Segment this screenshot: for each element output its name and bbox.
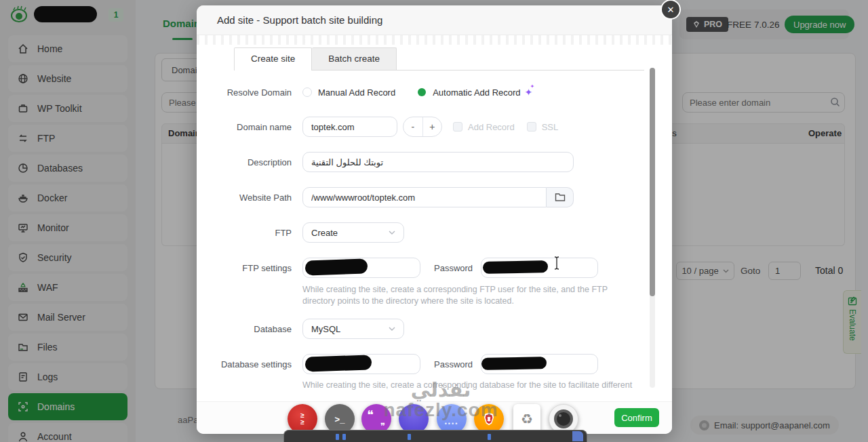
website-path-input[interactable] [302,187,547,207]
database-select[interactable]: MySQL [302,319,404,339]
manual-add-record-radio[interactable] [302,87,312,97]
database-label: Database [210,324,302,334]
taskbar-app-indicator [342,434,346,440]
modal-title: Add site - Support batch site building [217,14,382,26]
website-path-row: Website Path [210,186,574,208]
resolve-domain-row: Resolve Domain Manual Add Record Automat… [210,81,532,103]
description-row: Description [210,151,574,173]
modal-scrollbar-thumb[interactable] [650,68,655,296]
ai-sparkle-icon: ✦✦ [525,87,533,98]
ssl-label: SSL [542,122,559,132]
redacted-ftp-username [305,258,368,275]
redacted-ftp-password [483,260,548,274]
ftp-settings-label: FTP settings [210,263,302,273]
manual-add-record-label: Manual Add Record [318,87,395,98]
domain-name-row: Domain name - + Add Record SSL [210,116,558,138]
minus-button[interactable]: - [403,117,423,136]
os-taskbar[interactable] [283,430,587,442]
tab-create-site[interactable]: Create site [234,47,312,71]
plus-button[interactable]: + [423,117,442,136]
ftp-row: FTP Create [210,222,404,243]
redacted-database-password [481,357,547,370]
chevron-down-icon [389,327,395,331]
database-settings-label: Database settings [210,359,302,369]
folder-icon [555,193,566,202]
domain-count-stepper: - + [403,117,442,137]
website-path-label: Website Path [210,193,302,203]
automatic-add-record-label: Automatic Add Record [433,87,520,98]
close-icon[interactable]: ✕ [660,0,681,20]
resolve-domain-label: Resolve Domain [210,87,302,98]
camera-lens [554,409,573,428]
database-help-text: While creating the site, create a corres… [302,380,645,391]
taskbar-app-indicator [488,434,491,440]
ssl-checkbox[interactable] [527,122,536,132]
add-record-checkbox[interactable] [453,122,462,132]
automatic-add-record-radio[interactable] [418,88,426,96]
watermark-band [197,35,672,45]
add-site-modal: Add site - Support batch site building ✕… [197,5,672,434]
confirm-button[interactable]: Confirm [614,408,659,427]
ftp-password-label: Password [434,263,473,273]
domain-name-input[interactable] [302,117,397,137]
taskbar-app-indicator [572,431,583,441]
taskbar-app-indicator [408,434,411,440]
screen: 1 Home Website WP Toolkit FTP [0,0,868,442]
ftp-select[interactable]: Create [302,222,404,243]
brave-lion-icon [480,410,498,428]
domain-name-label: Domain name [210,122,302,132]
ftp-label: FTP [210,228,302,238]
modal-tabs: Create site Batch create [234,47,644,71]
chevron-down-icon [389,230,395,235]
tab-batch-create[interactable]: Batch create [312,47,397,70]
taskbar-app-indicator [336,434,339,440]
ftp-help-text: While creating the site, create a corres… [302,284,616,307]
modal-footer [197,401,672,434]
add-record-label: Add Record [468,122,515,132]
redacted-database-name [305,355,372,371]
database-password-label: Password [434,359,473,369]
database-row: Database MySQL [210,318,404,340]
browse-folder-button[interactable] [547,187,574,207]
description-input[interactable] [302,152,574,172]
description-label: Description [210,157,302,167]
